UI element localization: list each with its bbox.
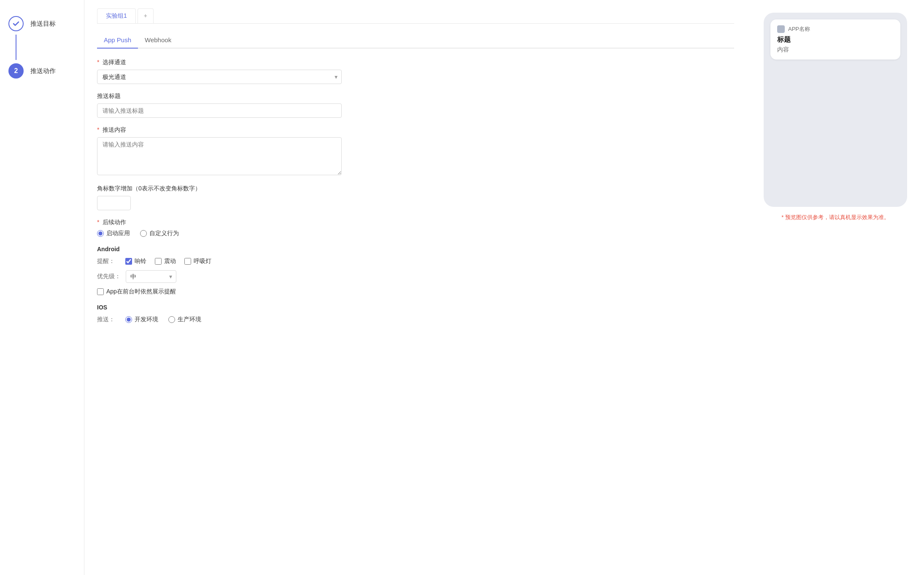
ring-checkbox[interactable] [125, 258, 132, 265]
followup-custom-radio[interactable] [140, 230, 147, 237]
channel-select-wrapper: 极光通道 小米通道 华为通道 OPPO通道 vivo通道 ▾ [97, 70, 342, 84]
followup-label: * 后续动作 [97, 219, 734, 226]
push-env-row: 推送： 开发环境 生产环境 [97, 316, 734, 323]
badge-input[interactable] [97, 196, 131, 210]
group-tab-add[interactable]: + [138, 8, 154, 23]
tab-app-push[interactable]: App Push [97, 32, 138, 49]
tab-webhook[interactable]: Webhook [138, 32, 178, 49]
ios-section: IOS 推送： 开发环境 生产环境 [97, 304, 734, 323]
priority-select-wrapper: 低 中 高 ▾ [126, 270, 176, 283]
breathing-light-checkbox[interactable] [184, 258, 191, 265]
dev-env-radio[interactable] [125, 316, 132, 323]
reminder-row: 提醒： 响铃 震动 呼吸灯 [97, 258, 734, 265]
vibrate-checkbox[interactable] [155, 258, 162, 265]
foreground-checkbox-row: App在前台时依然展示提醒 [97, 288, 734, 296]
followup-radio-group: 启动应用 自定义行为 [97, 230, 734, 237]
form-area: 实验组1 + App Push Webhook * 选择通道 [84, 0, 747, 575]
notification-card: APP名称 标题 内容 [770, 19, 900, 60]
badge-group: 角标数字增加（0表示不改变角标数字） [97, 185, 734, 210]
sidebar: 推送目标 2 推送动作 [0, 0, 84, 575]
android-section: Android 提醒： 响铃 震动 [97, 246, 734, 296]
push-env-radio-group: 开发环境 生产环境 [125, 316, 201, 323]
notif-header: APP名称 [777, 25, 894, 33]
main-area: 实验组1 + App Push Webhook * 选择通道 [84, 0, 924, 575]
dev-env-item[interactable]: 开发环境 [125, 316, 158, 323]
channel-select[interactable]: 极光通道 小米通道 华为通道 OPPO通道 vivo通道 [97, 70, 342, 84]
title-input[interactable] [97, 103, 342, 118]
content-label: * 推送内容 [97, 126, 734, 134]
step-connector [16, 35, 16, 60]
priority-row: 优先级： 低 中 高 ▾ [97, 270, 734, 283]
ring-checkbox-item[interactable]: 响铃 [125, 258, 146, 265]
priority-select[interactable]: 低 中 高 [126, 270, 176, 283]
content-textarea[interactable] [97, 137, 342, 175]
push-env-label: 推送： [97, 316, 120, 323]
group-tab-1[interactable]: 实验组1 [97, 8, 136, 23]
foreground-checkbox-item[interactable]: App在前台时依然展示提醒 [97, 288, 176, 296]
step2-item: 2 推送动作 [8, 60, 56, 82]
sub-tabs: App Push Webhook [97, 32, 734, 49]
group-tabs: 实验组1 + [97, 8, 734, 24]
content-group: * 推送内容 [97, 126, 734, 176]
preview-area: APP名称 标题 内容 * 预览图仅供参考，请以真机显示效果为准。 [747, 0, 924, 575]
followup-group: * 后续动作 启动应用 自定义行为 [97, 219, 734, 237]
breathing-light-checkbox-item[interactable]: 呼吸灯 [184, 258, 211, 265]
title-group: 推送标题 [97, 92, 734, 118]
vibrate-checkbox-item[interactable]: 震动 [155, 258, 176, 265]
channel-label: * 选择通道 [97, 59, 734, 66]
notif-app-icon [777, 25, 785, 33]
android-title: Android [97, 246, 734, 252]
followup-custom[interactable]: 自定义行为 [140, 230, 179, 237]
prod-env-radio[interactable] [168, 316, 175, 323]
notif-app-name: APP名称 [788, 25, 810, 33]
badge-label: 角标数字增加（0表示不改变角标数字） [97, 185, 734, 193]
followup-launch-radio[interactable] [97, 230, 104, 237]
priority-label: 优先级： [97, 273, 121, 280]
step2-icon: 2 [8, 63, 24, 79]
reminder-label: 提醒： [97, 258, 120, 265]
followup-launch[interactable]: 启动应用 [97, 230, 130, 237]
title-label: 推送标题 [97, 92, 734, 100]
step1-item: 推送目标 [8, 13, 56, 35]
step1-icon [8, 16, 24, 31]
prod-env-item[interactable]: 生产环境 [168, 316, 201, 323]
notif-title: 标题 [777, 35, 894, 44]
foreground-checkbox[interactable] [97, 288, 104, 295]
ios-title: IOS [97, 304, 734, 311]
step2-label: 推送动作 [30, 67, 56, 75]
phone-mockup: APP名称 标题 内容 [764, 13, 907, 207]
notif-content: 内容 [777, 46, 894, 54]
step1-label: 推送目标 [30, 20, 56, 28]
preview-note: * 预览图仅供参考，请以真机显示效果为准。 [781, 214, 889, 221]
channel-group: * 选择通道 极光通道 小米通道 华为通道 OPPO通道 vivo通道 ▾ [97, 59, 734, 84]
reminder-checkboxes: 响铃 震动 呼吸灯 [125, 258, 211, 265]
